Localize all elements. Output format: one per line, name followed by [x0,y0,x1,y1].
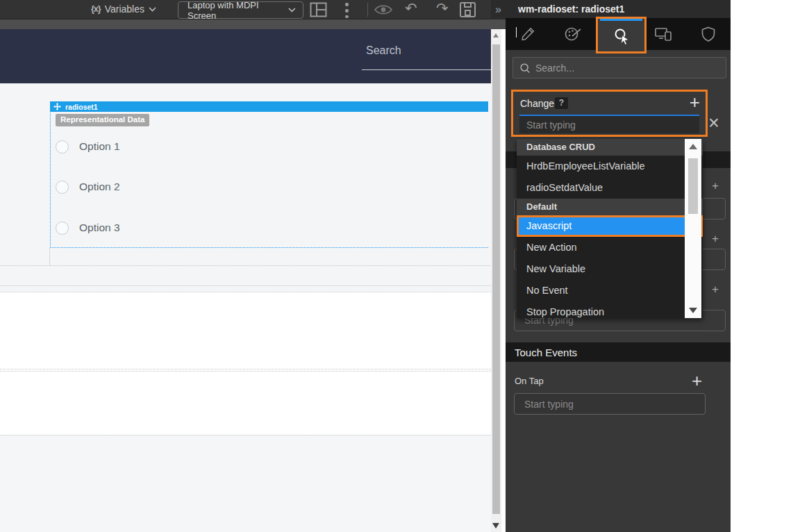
layout-columns-icon[interactable] [310,2,327,17]
move-handle-icon[interactable] [53,103,61,110]
save-icon[interactable] [459,1,476,18]
redo-icon[interactable]: ↷ [436,1,449,15]
studio-screen: {x} Variables Laptop with MDPI Screen ↶ … [0,0,800,532]
on-tap-label: On Tap [515,376,544,386]
layout-separator [0,292,491,292]
layout-separator [0,265,491,266]
radio-option-1[interactable] [56,140,69,153]
add-on-tap-event-plus-icon[interactable]: + [692,370,702,392]
variables-dropdown-button[interactable]: {x} Variables [91,3,156,15]
panel-search-box[interactable] [512,57,726,78]
touch-events-title: Touch Events [515,347,577,358]
hidden-add-event-plus-icon[interactable]: + [712,232,724,246]
scroll-up-arrow-icon[interactable] [689,144,697,149]
representational-data-badge: Representational Data [56,114,149,126]
dropdown-scrollbar[interactable] [685,139,701,318]
panel-title: wm-radioset: radioset1 [518,3,624,15]
tab-styles[interactable] [551,18,596,50]
scrollbar-thumb[interactable] [492,44,500,514]
radio-option-2[interactable] [56,181,69,194]
on-tap-input[interactable] [514,393,706,415]
dropdown-item[interactable]: No Event [517,280,703,301]
canvas-top-strip [0,19,506,29]
dropdown-item[interactable]: Stop Propagation [517,301,703,318]
change-event-input[interactable] [519,115,699,133]
tab-security[interactable] [685,18,731,50]
tab-events-active[interactable] [605,23,638,49]
layout-separator [0,435,491,435]
dropdown-item[interactable]: HrdbEmployeeListVariable [517,156,703,177]
layout-separator [49,248,50,265]
add-change-event-plus-icon[interactable]: + [690,92,700,113]
text-caret [516,27,517,38]
dropdown-item[interactable]: New Action [517,237,703,258]
page-search-label[interactable]: Search [366,44,401,57]
right-margin [731,0,800,532]
canvas-section-white [0,292,491,435]
variables-icon: {x} [91,4,101,14]
shield-icon [701,26,715,42]
layout-separator [0,369,491,369]
dropdown-item[interactable]: New Variable [517,258,703,280]
layout-separator [0,371,491,372]
panel-search-input[interactable] [535,63,702,74]
dropdown-item-selected[interactable]: Javascript [517,215,703,237]
radio-option-1-label: Option 1 [79,140,120,153]
collapse-panel-chevron[interactable]: » [491,0,506,19]
touch-events-section-header: Touch Events [506,342,731,362]
scroll-down-arrow-icon[interactable] [689,308,697,313]
tab-devices[interactable] [640,18,685,50]
hidden-add-event-plus-icon[interactable]: + [712,179,724,193]
radio-option-3[interactable] [56,222,69,235]
palette-icon [564,26,582,42]
radio-option-2-label: Option 2 [79,181,120,193]
tab-properties[interactable] [506,18,551,50]
properties-panel: wm-radioset: radioset1 [506,0,731,532]
pencil-icon [520,26,535,42]
device-selector[interactable]: Laptop with MDPI Screen [178,1,303,19]
chevron-down-icon [288,8,296,13]
widget-name-label: radioset1 [65,103,98,111]
canvas-vertical-scrollbar[interactable] [491,29,501,532]
scroll-down-arrow-icon[interactable] [492,523,499,529]
events-magnifier-cursor-icon [612,26,631,46]
canvas-section-gray [0,435,491,532]
undo-icon[interactable]: ↶ [405,1,417,15]
page-search-underline [362,69,491,70]
layout-separator [0,285,491,286]
close-icon[interactable]: × [708,113,719,134]
panel-header: wm-radioset: radioset1 [506,0,731,18]
top-toolbar: {x} Variables Laptop with MDPI Screen ↶ … [0,0,506,19]
hidden-add-event-plus-icon[interactable]: + [712,283,724,297]
preview-eye-icon[interactable] [374,3,393,16]
change-event-highlight-box: Change ? + [511,90,708,137]
devices-icon [654,26,672,42]
chevron-down-icon [149,7,156,12]
toolbar-divider [367,3,368,17]
designed-page-header: Search [0,29,491,83]
dropdown-group-header: Default [517,199,703,215]
change-help-badge[interactable]: ? [555,97,568,109]
dropdown-item[interactable]: radioSetdatValue [517,177,703,199]
scroll-up-arrow-icon[interactable] [493,33,499,38]
widget-selection-bar[interactable]: radioset1 [50,101,488,112]
event-action-dropdown: Database CRUD HrdbEmployeeListVariable r… [517,139,703,318]
search-icon [519,63,531,74]
change-event-label: Change [520,98,554,109]
active-tab-indicator [600,19,642,21]
design-canvas: radioset1 Representational Data Option 1… [0,83,491,532]
variables-label: Variables [105,3,144,15]
device-selector-value: Laptop with MDPI Screen [188,0,288,21]
more-options-kebab-icon[interactable] [345,1,349,20]
scrollbar-thumb[interactable] [688,158,698,214]
dropdown-group-header: Database CRUD [517,139,703,156]
radio-option-3-label: Option 3 [79,222,120,234]
